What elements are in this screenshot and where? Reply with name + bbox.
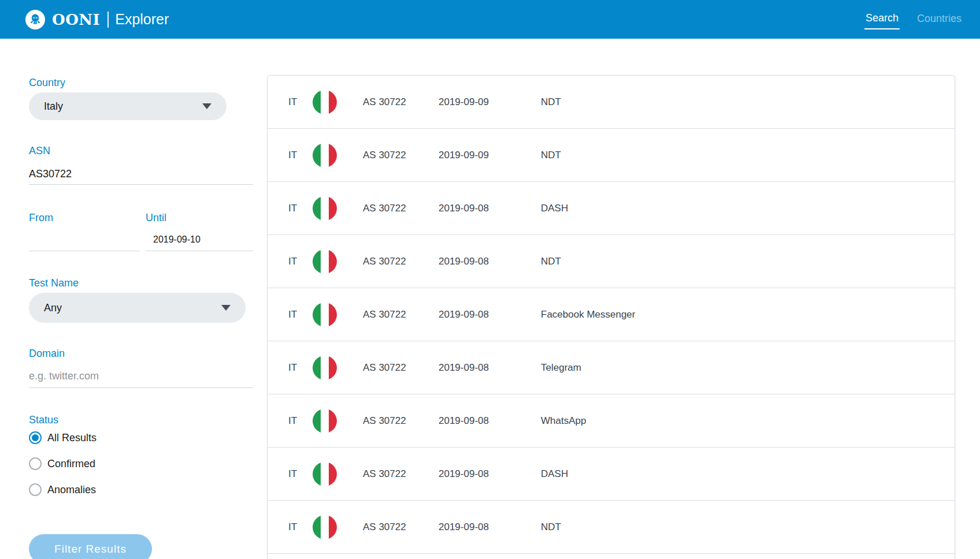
italy-flag-icon (313, 303, 337, 327)
test-name-cell: Facebook Messenger (541, 309, 635, 321)
from-label: From (29, 212, 140, 224)
date-cell: 2019-09-08 (439, 362, 489, 374)
brand-product: Explorer (115, 11, 169, 28)
country-code: IT (288, 521, 297, 533)
test-name-cell: WhatsApp (541, 415, 586, 427)
date-cell: 2019-09-09 (439, 150, 489, 161)
from-input[interactable] (29, 229, 140, 251)
asn-label: ASN (29, 145, 253, 157)
date-cell: 2019-09-08 (439, 203, 489, 214)
country-code: IT (288, 150, 297, 161)
result-row[interactable]: IT AS 30722 2019-09-09 NDT (268, 76, 955, 129)
domain-input[interactable] (29, 364, 253, 388)
test-name-cell: NDT (541, 521, 561, 533)
italy-flag-icon (313, 515, 337, 539)
test-name-select[interactable]: Any (29, 293, 246, 323)
asn-cell: AS 30722 (363, 362, 406, 374)
header-nav: Search Countries (864, 10, 963, 29)
status-option-label: All Results (47, 432, 96, 444)
italy-flag-icon (313, 90, 337, 114)
nav-countries[interactable]: Countries (916, 10, 963, 29)
radio-unselected-icon[interactable] (29, 483, 42, 496)
italy-flag-icon (313, 143, 337, 167)
brand-name: OONI (52, 11, 100, 28)
status-option-confirmed[interactable]: Confirmed (29, 457, 253, 470)
test-name-cell: DASH (541, 203, 568, 214)
brand[interactable]: OONI Explorer (25, 10, 169, 29)
country-code: IT (288, 415, 297, 427)
status-option-label: Confirmed (47, 458, 95, 470)
test-name-cell: NDT (541, 96, 561, 108)
date-cell: 2019-09-08 (439, 521, 489, 533)
country-select-value: Italy (44, 100, 63, 113)
filter-sidebar: Country Italy ASN From Until Test Name A… (29, 39, 253, 559)
radio-unselected-icon[interactable] (29, 457, 42, 470)
asn-cell: AS 30722 (363, 256, 406, 267)
asn-cell: AS 30722 (363, 96, 406, 108)
date-cell: 2019-09-08 (439, 256, 489, 267)
test-name-cell: Telegram (541, 362, 581, 374)
status-option-anomalies[interactable]: Anomalies (29, 483, 253, 496)
asn-cell: AS 30722 (363, 468, 406, 480)
date-cell: 2019-09-09 (439, 96, 489, 108)
italy-flag-icon (313, 249, 337, 274)
country-code: IT (288, 468, 297, 480)
italy-flag-icon (313, 196, 337, 221)
italy-flag-icon (313, 409, 337, 433)
chevron-down-icon (221, 305, 231, 311)
country-label: Country (29, 77, 253, 89)
result-row[interactable]: IT AS 30722 2019-09-08 DASH (268, 182, 955, 235)
results-list: IT AS 30722 2019-09-09 NDT IT AS 30722 2… (267, 75, 955, 559)
brand-separator (107, 12, 109, 28)
test-name-cell: NDT (541, 150, 561, 161)
asn-cell: AS 30722 (363, 415, 406, 427)
asn-input[interactable] (29, 164, 253, 185)
date-cell: 2019-09-08 (439, 468, 489, 480)
test-name-cell: NDT (541, 256, 561, 267)
date-cell: 2019-09-08 (439, 415, 489, 427)
until-input[interactable] (146, 229, 253, 251)
test-name-cell: DASH (541, 468, 568, 480)
italy-flag-icon (313, 356, 337, 380)
country-code: IT (288, 309, 297, 321)
result-row[interactable]: IT AS 30722 2019-09-08 Telegram (268, 341, 955, 394)
country-code: IT (288, 362, 297, 374)
result-row[interactable]: IT AS 30722 2019-09-08 NDT (268, 235, 955, 288)
asn-cell: AS 30722 (363, 150, 406, 161)
date-range: From Until (29, 212, 253, 251)
result-row[interactable]: IT AS 30722 2019-09-08 Facebook Messenge… (268, 288, 955, 341)
italy-flag-icon (313, 462, 337, 486)
result-row[interactable]: IT AS 30722 2019-09-08 NDT (268, 501, 955, 554)
nav-search[interactable]: Search (864, 10, 900, 29)
status-option-label: Anomalies (47, 484, 96, 496)
octopus-icon (25, 10, 45, 29)
country-select[interactable]: Italy (29, 92, 227, 120)
date-cell: 2019-09-08 (439, 309, 489, 321)
asn-cell: AS 30722 (363, 309, 406, 321)
test-name-label: Test Name (29, 277, 253, 289)
test-name-select-value: Any (44, 302, 62, 314)
country-code: IT (288, 96, 297, 108)
country-code: IT (288, 256, 297, 267)
result-row[interactable]: IT AS 30722 2019-09-09 NDT (268, 129, 955, 182)
status-option-all-results[interactable]: All Results (29, 431, 253, 444)
result-row[interactable]: IT AS 30722 2019-09-08 WhatsApp (268, 394, 955, 448)
status-label: Status (29, 414, 253, 426)
radio-selected-icon[interactable] (29, 431, 42, 444)
result-row[interactable]: IT AS 30722 2019-09-08 DASH (268, 448, 955, 501)
app-header: OONI Explorer Search Countries (0, 0, 980, 39)
until-label: Until (146, 212, 253, 224)
country-code: IT (288, 203, 297, 214)
asn-cell: AS 30722 (363, 203, 406, 214)
domain-label: Domain (29, 348, 253, 360)
chevron-down-icon (202, 103, 211, 109)
result-row-partial[interactable] (268, 554, 955, 559)
filter-results-button[interactable]: Filter Results (29, 534, 152, 559)
asn-cell: AS 30722 (363, 521, 406, 533)
